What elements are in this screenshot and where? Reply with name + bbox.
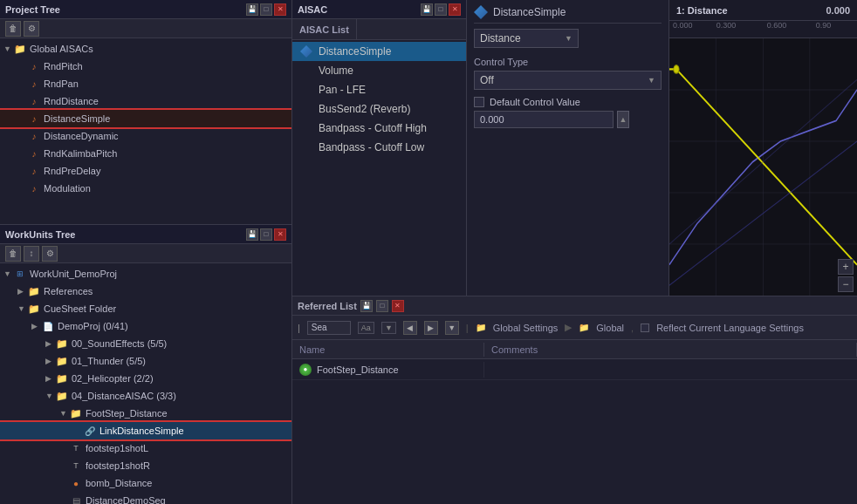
zoom-out-btn[interactable]: −	[838, 276, 854, 292]
control-type-label: Control Type	[474, 57, 662, 67]
ruler-300: 0.300	[716, 21, 737, 30]
footstep-row-name: FootStep_Distance	[317, 364, 399, 375]
aisac-title: AISAC	[298, 4, 327, 15]
referred-save-btn[interactable]: 💾	[360, 300, 373, 312]
col-header-comments: Comments	[484, 343, 857, 357]
control-type-section: Control Type Off ▼ Default Control Value…	[474, 57, 662, 128]
tree-item-global-aisacs[interactable]: ▼ 📁 Global AISACs	[0, 40, 291, 58]
aisac-bussend2-icon	[299, 102, 313, 116]
tree-item-linkdistancesimple[interactable]: 🔗 LinkDistanceSimple	[0, 422, 291, 439]
rndpitch-label: RndPitch	[44, 61, 83, 72]
referred-close-btn[interactable]: ✕	[392, 300, 404, 312]
control-type-dropdown[interactable]: Off ▼	[474, 71, 662, 90]
tree-item-workunit[interactable]: ▼ ⊞ WorkUnit_DemoProj	[0, 265, 291, 283]
project-tree-delete-btn[interactable]: 🗑	[5, 21, 21, 37]
distancedynamic-icon: ♪	[28, 130, 40, 142]
aisac-volume-icon	[299, 64, 313, 78]
footstep-row-icon: ●	[299, 364, 312, 376]
search-options-btn[interactable]: Aa	[358, 322, 374, 334]
table-row-footstep-distance[interactable]: ● FootStep_Distance	[292, 359, 857, 380]
distancesimple-icon: ♪	[28, 112, 40, 125]
rndpan-icon: ♪	[28, 78, 40, 90]
project-tree-window-buttons: 💾 □ ✕	[246, 3, 286, 16]
project-tree-save-btn[interactable]: 💾	[246, 3, 258, 16]
rndkalimbapitch-label: RndKalimbaPitch	[44, 148, 117, 159]
aisac-control-dropdown[interactable]: Distance ▼	[474, 29, 579, 48]
rndpredelay-label: RndPreDelay	[44, 166, 100, 176]
helicopter-folder-icon: 📁	[56, 372, 68, 385]
tree-item-distancedemoseg[interactable]: ▤ DistanceDemoSeg	[0, 492, 291, 504]
modulation-label: Modulation	[44, 183, 91, 194]
thunder-folder-icon: 📁	[56, 355, 68, 367]
aisac-item-bandpass-high[interactable]: Bandpass - Cutoff High	[292, 119, 466, 138]
referred-restore-btn[interactable]: □	[376, 300, 388, 312]
workunits-delete-btn[interactable]: 🗑	[5, 246, 21, 262]
reflect-lang-checkbox[interactable]	[641, 324, 649, 332]
aisac-item-pan-lfe[interactable]: Pan - LFE	[292, 80, 466, 99]
workunits-titlebar: WorkUnits Tree 💾 □ ✕	[0, 225, 291, 244]
tree-item-thunder[interactable]: ▶ 📁 01_Thunder (5/5)	[0, 352, 291, 370]
aisac-bandpass-high-icon	[299, 121, 313, 135]
tree-item-rndpredelay[interactable]: ♪ RndPreDelay	[0, 162, 291, 180]
tree-item-distanceaisac[interactable]: ▼ 📁 04_DistanceAISAC (3/3)	[0, 387, 291, 405]
modulation-icon: ♪	[28, 182, 40, 194]
tree-item-rnddistance[interactable]: ♪ RndDistance	[0, 92, 291, 110]
search-dropdown-btn[interactable]: ▼	[381, 322, 396, 334]
tree-item-helicopter[interactable]: ▶ 📁 02_Helicopter (2/2)	[0, 370, 291, 387]
aisac-item-bussend2[interactable]: BusSend2 (Reverb)	[292, 99, 466, 119]
value-slider-handle[interactable]: ▲	[617, 111, 629, 128]
default-control-value-input[interactable]	[474, 111, 614, 128]
tree-item-rndkalimbapitch[interactable]: ♪ RndKalimbaPitch	[0, 145, 291, 162]
workunits-save-btn[interactable]: 💾	[246, 228, 258, 241]
tree-item-modulation[interactable]: ♪ Modulation	[0, 180, 291, 197]
workunits-restore-btn[interactable]: □	[260, 228, 272, 241]
aisac-save-btn[interactable]: 💾	[421, 3, 433, 16]
tree-item-footstep-distance[interactable]: ▼ 📁 FootStep_Distance	[0, 405, 291, 422]
aisac-item-distancesimple[interactable]: DistanceSimple	[292, 42, 466, 61]
graph-zoom-controls: + −	[838, 259, 854, 292]
aisac-list-header: AISAC List	[292, 19, 466, 40]
graph-top-bar: 1: Distance 0.000	[669, 0, 857, 21]
aisac-pan-lfe-label: Pan - LFE	[319, 84, 366, 96]
aisac-restore-btn[interactable]: □	[435, 3, 447, 16]
nav-prev-btn[interactable]: ◀	[403, 321, 417, 335]
tree-item-footstep1shotr[interactable]: T footstep1shotR	[0, 457, 291, 474]
ruler-900: 0.90	[816, 21, 832, 30]
distancedynamic-label: DistanceDynamic	[44, 131, 119, 141]
breadcrumb-folder-icon: 📁	[476, 323, 486, 332]
aisac-close-btn[interactable]: ✕	[449, 3, 461, 16]
tree-item-soundeffects[interactable]: ▶ 📁 00_SoundEffects (5/5)	[0, 335, 291, 352]
breadcrumb-globalsettings: Global Settings	[493, 323, 559, 333]
workunits-close-btn[interactable]: ✕	[274, 228, 286, 241]
tree-item-cuesheet[interactable]: ▼ 📁 CueSheet Folder	[0, 300, 291, 317]
default-control-checkbox[interactable]	[474, 97, 484, 107]
tree-item-bomb-distance[interactable]: ● bomb_Distance	[0, 474, 291, 492]
tree-item-distancesimple[interactable]: ♪ DistanceSimple	[0, 110, 291, 127]
referred-search-input[interactable]	[307, 321, 351, 335]
zoom-in-btn[interactable]: +	[838, 259, 854, 275]
tree-item-demoproj[interactable]: ▶ 📄 DemoProj (0/41)	[0, 317, 291, 335]
default-control-label: Default Control Value	[490, 97, 580, 107]
aisac-titlebar: AISAC 💾 □ ✕	[292, 0, 466, 19]
aisac-item-volume[interactable]: Volume	[292, 61, 466, 80]
aisac-volume-label: Volume	[319, 65, 353, 77]
tree-item-rndpan[interactable]: ♪ RndPan	[0, 75, 291, 92]
footstep1shotl-icon: T	[70, 442, 82, 454]
distanceaisac-arrow: ▼	[45, 392, 56, 400]
distancesimple-label: DistanceSimple	[44, 113, 110, 124]
tree-item-distancedynamic[interactable]: ♪ DistanceDynamic	[0, 127, 291, 145]
workunits-settings-btn[interactable]: ⚙	[42, 246, 58, 262]
tree-item-references[interactable]: ▶ 📁 References	[0, 283, 291, 300]
workunits-sort-btn[interactable]: ↕	[24, 246, 39, 262]
soundeffects-folder-icon: 📁	[56, 337, 68, 350]
nav-down-btn[interactable]: ▼	[445, 321, 459, 335]
tree-item-rndpitch[interactable]: ♪ RndPitch	[0, 58, 291, 75]
tree-item-footstep1shotl[interactable]: T footstep1shotL	[0, 439, 291, 457]
nav-next-btn[interactable]: ▶	[424, 321, 438, 335]
project-tree-close-btn[interactable]: ✕	[274, 3, 286, 16]
aisac-item-bandpass-low[interactable]: Bandpass - Cutoff Low	[292, 138, 466, 157]
project-tree-settings-btn[interactable]: ⚙	[24, 21, 39, 37]
project-tree-restore-btn[interactable]: □	[260, 3, 272, 16]
distancedemoseg-label: DistanceDemoSeg	[86, 495, 166, 504]
referred-toolbar: | Aa ▼ ◀ ▶ ▼ | 📁 Global Settings ▶ 📁 Glo…	[292, 316, 857, 340]
